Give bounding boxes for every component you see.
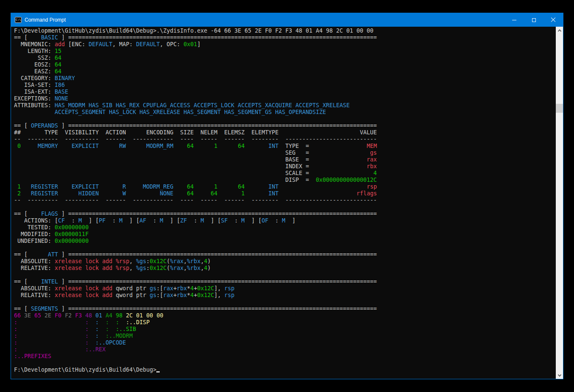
- console-line: SEG = gs: [14, 150, 556, 156]
- console-line: DISP = 0x000000000000012C: [14, 177, 556, 183]
- text-cursor: [156, 371, 160, 373]
- console-line: BASE = rax: [14, 156, 556, 163]
- close-button[interactable]: [543, 13, 563, 27]
- chevron-up-icon: [557, 29, 561, 33]
- console-line: EXCEPTIONS: NONE: [14, 95, 556, 102]
- console-line: [14, 116, 556, 122]
- console-line: -- --------- ---------- ------ ---------…: [14, 197, 556, 204]
- minimize-button[interactable]: [505, 13, 524, 27]
- console-line: :..PREFIXES: [14, 353, 556, 360]
- console-line: ISA-EXT: BASE: [14, 89, 556, 95]
- console-line: == [ INTEL ] ===========================…: [14, 278, 556, 285]
- console-line: EASZ: 64: [14, 68, 556, 75]
- window-controls: [505, 13, 563, 27]
- console-line: 66 3E 65 2E F0 F2 F3 48 01 A4 98 2C 01 0…: [14, 312, 556, 319]
- console-line: TESTED: 0x00000000: [14, 224, 556, 231]
- scrollbar[interactable]: [556, 27, 563, 379]
- maximize-button[interactable]: [524, 13, 543, 27]
- console-line: UNDEFINED: 0x00000000: [14, 238, 556, 245]
- console-line: INDEX = rbx: [14, 163, 556, 170]
- console-line: EOSZ: 64: [14, 61, 556, 68]
- close-icon: [551, 17, 556, 22]
- console-line: MODIFIED: 0x0000011F: [14, 231, 556, 238]
- console-line: MNEMONIC: add [ENC: DEFAULT, MAP: DEFAUL…: [14, 41, 556, 48]
- console-line: ACCEPTS_SEGMENT HAS_LOCK HAS_XRELEASE HA…: [14, 109, 556, 116]
- console-line: -- --------- ---------- ------ ---------…: [14, 136, 556, 143]
- console-line: LENGTH: 15: [14, 48, 556, 55]
- maximize-icon: [532, 18, 536, 22]
- console-line: [14, 360, 556, 367]
- scrollbar-up-button[interactable]: [556, 27, 563, 34]
- console-line: 0 MEMORY EXPLICIT RW MODRM_RM 64 1 64 IN…: [14, 143, 556, 150]
- console-line: : :..REX: [14, 346, 556, 353]
- console-line: [14, 204, 556, 211]
- minimize-icon: [512, 20, 516, 20]
- console-line: [14, 299, 556, 306]
- console-line: [14, 245, 556, 251]
- console-line: == [ SEGMENTS ] ========================…: [14, 306, 556, 312]
- console-line: [14, 272, 556, 278]
- console-line: ACTIONS: [CF : M ] [PF : M ] [AF : M ] […: [14, 217, 556, 224]
- console-output[interactable]: F:\Development\GitHub\zydis\Build64\Debu…: [11, 27, 556, 379]
- title-bar[interactable]: C:\_ Command Prompt: [11, 13, 563, 27]
- console-line: == [ ATT ] =============================…: [14, 251, 556, 258]
- console-line: SSZ: 64: [14, 55, 556, 61]
- console-line: == [ BASIC ] ===========================…: [14, 34, 556, 41]
- console-line: F:\Development\GitHub\zydis\Build64\Debu…: [14, 28, 556, 34]
- scrollbar-down-button[interactable]: [556, 372, 563, 379]
- console-line: F:\Development\GitHub\zydis\Build64\Debu…: [14, 367, 556, 373]
- console-line: : : :..OPCODE: [14, 339, 556, 346]
- console-line: RELATIVE: xrelease lock add qword ptr gs…: [14, 292, 556, 299]
- console-line: == [ FLAGS ] ===========================…: [14, 211, 556, 217]
- console-line: ## TYPE VISIBILITY ACTION ENCODING SIZE …: [14, 129, 556, 136]
- console-line: 2 REGISTER HIDDEN W NONE 64 64 1 INT rfl…: [14, 190, 556, 197]
- console-line: : : : :..MODRM: [14, 333, 556, 339]
- command-prompt-window: C:\_ Command Prompt F:\Development\GitHu…: [11, 13, 563, 379]
- scrollbar-thumb[interactable]: [556, 104, 563, 113]
- console-line: SCALE = 4: [14, 170, 556, 177]
- console-line: : : : : : :..DISP: [14, 319, 556, 326]
- console-line: ABSOLUTE: xrelease lock add qword ptr gs…: [14, 285, 556, 292]
- console-line: RELATIVE: xrelease lock add %rsp, %gs:0x…: [14, 265, 556, 272]
- console-line: CATEGORY: BINARY: [14, 75, 556, 82]
- console-line: == [ OPERANDS ] ========================…: [14, 122, 556, 129]
- chevron-down-icon: [557, 373, 561, 376]
- console-line: 1 REGISTER EXPLICIT R MODRM_REG 64 1 64 …: [14, 183, 556, 190]
- cmd-icon[interactable]: C:\_: [15, 17, 22, 23]
- window-client-area: F:\Development\GitHub\zydis\Build64\Debu…: [11, 27, 563, 379]
- console-line: ABSOLUTE: xrelease lock add %rsp, %gs:0x…: [14, 258, 556, 265]
- console-line: : : : : :..SIB: [14, 326, 556, 333]
- console-line: ATTRIBUTES: HAS_MODRM HAS_SIB HAS_REX CP…: [14, 102, 556, 109]
- window-title: Command Prompt: [25, 17, 66, 23]
- console-line: ISA-SET: I86: [14, 82, 556, 89]
